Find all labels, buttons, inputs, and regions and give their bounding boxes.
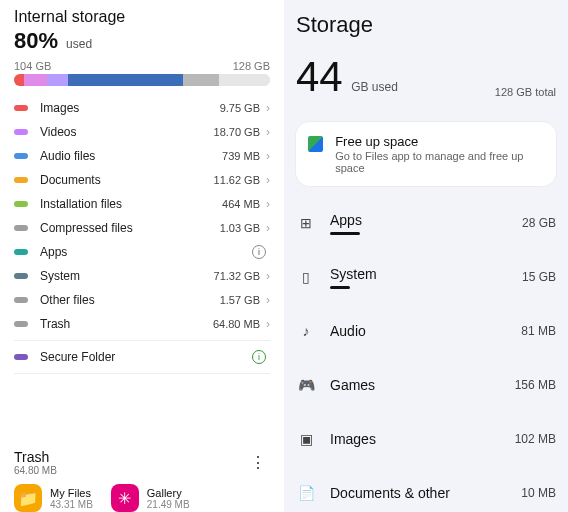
category-row-secure-folder[interactable]: Secure Folderi [14, 345, 270, 369]
storage-range: 104 GB 128 GB [14, 60, 270, 72]
category-size: 11.62 GB [214, 174, 260, 186]
category-size: 28 GB [522, 216, 556, 230]
storage-category-games[interactable]: 🎮Games156 MB [296, 358, 556, 412]
trash-app-gallery[interactable]: ✳Gallery21.49 MB [111, 484, 190, 512]
usage-segment [24, 74, 47, 86]
category-label: System [330, 266, 508, 282]
category-size: 10 MB [521, 486, 556, 500]
category-color-swatch [14, 129, 28, 135]
info-icon[interactable]: i [252, 245, 266, 259]
category-size: 18.70 GB [214, 126, 260, 138]
folder-icon: 📁 [14, 484, 42, 512]
category-size: 464 MB [222, 198, 260, 210]
category-row-compressed-files[interactable]: Compressed files1.03 GB› [14, 216, 270, 240]
category-color-swatch [14, 321, 28, 327]
category-size: 81 MB [521, 324, 556, 338]
segmented-usage-bar [14, 74, 270, 86]
left-panel-internal-storage: Internal storage 80% used 104 GB 128 GB … [0, 0, 284, 512]
files-app-icon [308, 136, 323, 152]
chevron-right-icon: › [266, 293, 270, 307]
usage-segment [14, 74, 24, 86]
trash-app-my-files[interactable]: 📁My Files43.31 MB [14, 484, 93, 512]
storage-used-big: 44 [296, 53, 343, 100]
category-label: Documents & other [330, 485, 507, 501]
category-icon: ▣ [296, 431, 316, 447]
storage-title: Storage [296, 12, 556, 38]
storage-used-amount: 104 GB [14, 60, 51, 72]
chevron-right-icon: › [266, 317, 270, 331]
category-icon: ♪ [296, 323, 316, 339]
category-size: 1.57 GB [220, 294, 260, 306]
category-row-other-files[interactable]: Other files1.57 GB› [14, 288, 270, 312]
category-size: 102 MB [515, 432, 556, 446]
category-row-documents[interactable]: Documents11.62 GB› [14, 168, 270, 192]
category-label: Audio [330, 323, 507, 339]
free-up-space-sub: Go to Files app to manage and free up sp… [335, 150, 544, 174]
usage-percent: 80% [14, 28, 58, 54]
storage-category-system[interactable]: ▯System15 GB [296, 250, 556, 304]
category-label: Compressed files [40, 221, 220, 235]
app-name: Gallery [147, 487, 190, 499]
category-label: Other files [40, 293, 220, 307]
usage-segment [219, 74, 270, 86]
category-row-trash[interactable]: Trash64.80 MB› [14, 312, 270, 336]
category-size: 1.03 GB [220, 222, 260, 234]
usage-used-label: used [66, 37, 92, 51]
flower-icon: ✳ [111, 484, 139, 512]
category-color-swatch [14, 105, 28, 111]
storage-category-apps[interactable]: ⊞Apps28 GB [296, 196, 556, 250]
category-label: Secure Folder [40, 350, 252, 364]
category-label: System [40, 269, 214, 283]
storage-category-documents-other[interactable]: 📄Documents & other10 MB [296, 466, 556, 512]
category-row-apps[interactable]: Appsi [14, 240, 270, 264]
info-icon[interactable]: i [252, 350, 266, 364]
category-row-system[interactable]: System71.32 GB› [14, 264, 270, 288]
category-bar [330, 232, 360, 235]
category-label: Images [330, 431, 501, 447]
trash-apps: 📁My Files43.31 MB✳Gallery21.49 MB [14, 484, 270, 512]
category-label: Videos [40, 125, 214, 139]
free-up-space-card[interactable]: Free up space Go to Files app to manage … [296, 122, 556, 186]
storage-category-audio[interactable]: ♪Audio81 MB [296, 304, 556, 358]
trash-title: Trash [14, 449, 57, 465]
category-color-swatch [14, 249, 28, 255]
usage-percent-row: 80% used [14, 28, 270, 54]
category-size: 156 MB [515, 378, 556, 392]
category-row-videos[interactable]: Videos18.70 GB› [14, 120, 270, 144]
chevron-right-icon: › [266, 269, 270, 283]
category-row-images[interactable]: Images9.75 GB› [14, 96, 270, 120]
category-size: 15 GB [522, 270, 556, 284]
category-color-swatch [14, 177, 28, 183]
app-size: 21.49 MB [147, 499, 190, 510]
category-row-audio-files[interactable]: Audio files739 MB› [14, 144, 270, 168]
app-name: My Files [50, 487, 93, 499]
app-size: 43.31 MB [50, 499, 93, 510]
category-list: Images9.75 GB›Videos18.70 GB›Audio files… [14, 96, 270, 378]
storage-total-amount: 128 GB [233, 60, 270, 72]
storage-total: 128 GB total [495, 86, 556, 98]
category-label: Documents [40, 173, 214, 187]
usage-segment [68, 74, 183, 86]
usage-segment [183, 74, 219, 86]
chevron-right-icon: › [266, 125, 270, 139]
category-row-installation-files[interactable]: Installation files464 MB› [14, 192, 270, 216]
category-icon: 🎮 [296, 377, 316, 393]
storage-category-images[interactable]: ▣Images102 MB [296, 412, 556, 466]
category-label: Images [40, 101, 220, 115]
category-label: Trash [40, 317, 213, 331]
trash-size: 64.80 MB [14, 465, 57, 476]
right-category-list: ⊞Apps28 GB▯System15 GB♪Audio81 MB🎮Games1… [296, 196, 556, 512]
chevron-right-icon: › [266, 173, 270, 187]
trash-section: Trash 64.80 MB ⋮ 📁My Files43.31 MB✳Galle… [14, 449, 270, 512]
category-size: 739 MB [222, 150, 260, 162]
category-label: Installation files [40, 197, 222, 211]
category-label: Games [330, 377, 501, 393]
category-color-swatch [14, 201, 28, 207]
category-label: Audio files [40, 149, 222, 163]
storage-used-unit: GB used [351, 80, 398, 94]
usage-segment [47, 74, 67, 86]
free-up-space-title: Free up space [335, 134, 544, 149]
category-icon: ▯ [296, 269, 316, 285]
category-color-swatch [14, 297, 28, 303]
trash-overflow-menu[interactable]: ⋮ [246, 453, 270, 472]
